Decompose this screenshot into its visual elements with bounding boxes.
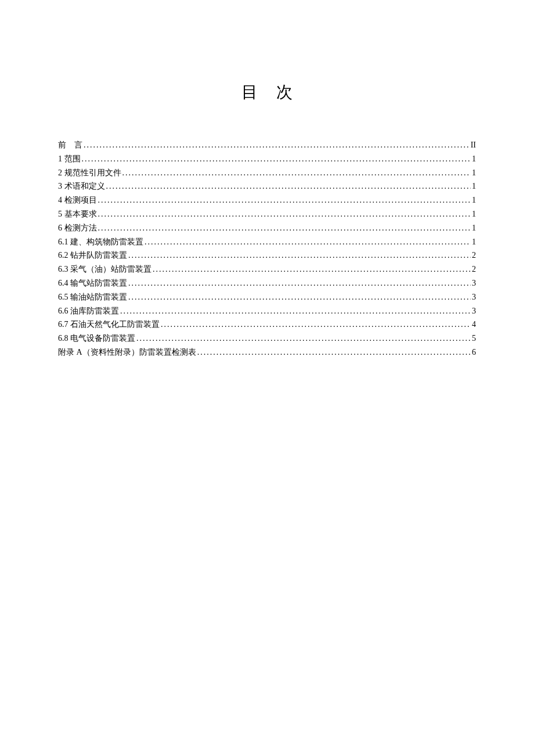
toc-entry-label: 6.6 油库防雷装置 — [58, 304, 119, 318]
toc-leader-dots — [122, 166, 471, 180]
toc-entry: 6.1 建、构筑物防雷装置1 — [58, 235, 476, 249]
toc-entry-label: 1 范围 — [58, 152, 81, 166]
toc-entry-label: 6.5 输油站防雷装置 — [58, 290, 127, 304]
toc-entry-label: 附录 A（资料性附录）防雷装置检测表 — [58, 345, 196, 359]
toc-entry-page: 1 — [472, 166, 476, 180]
toc-entry: 前 言II — [58, 138, 476, 152]
toc-entry-label: 6.3 采气（油）站防雷装置 — [58, 262, 151, 276]
toc-entry-label: 6 检测方法 — [58, 221, 97, 235]
toc-entry-label: 4 检测项目 — [58, 193, 97, 207]
toc-entry: 6.7 石油天然气化工防雷装置4 — [58, 318, 476, 332]
toc-leader-dots — [136, 332, 471, 345]
toc-entry-label: 6.8 电气设备防雷装置 — [58, 332, 135, 345]
toc-entry: 附录 A（资料性附录）防雷装置检测表6 — [58, 345, 476, 359]
page-title: 目次 — [58, 81, 476, 103]
toc-entry-page: 1 — [472, 179, 476, 193]
toc-leader-dots — [153, 262, 471, 276]
toc-entry-label: 6.1 建、构筑物防雷装置 — [58, 235, 143, 249]
toc-entry-label: 3 术语和定义 — [58, 179, 105, 193]
toc-entry: 5 基本要求1 — [58, 207, 476, 221]
toc-entry-page: 1 — [472, 221, 476, 235]
toc-entry: 6.2 钻井队防雷装置2 — [58, 249, 476, 262]
toc-entry-label: 6.7 石油天然气化工防雷装置 — [58, 318, 160, 332]
toc-entry: 1 范围1 — [58, 152, 476, 166]
toc-entry-page: 2 — [472, 262, 476, 276]
toc-entry-page: 1 — [472, 235, 476, 249]
toc-entry-page: 1 — [472, 152, 476, 166]
toc-entry-label: 前 言 — [58, 138, 82, 152]
toc-leader-dots — [128, 290, 471, 304]
toc-leader-dots — [161, 318, 471, 332]
toc-leader-dots — [120, 304, 471, 318]
toc-leader-dots — [128, 276, 471, 290]
toc-entry-page: 3 — [472, 276, 476, 290]
toc-entry-page: 3 — [472, 304, 476, 318]
toc-leader-dots — [197, 345, 471, 359]
toc-entry-page: 4 — [472, 318, 476, 332]
toc-entry: 6 检测方法1 — [58, 221, 476, 235]
toc-leader-dots — [98, 207, 471, 221]
toc-entry-page: II — [471, 138, 476, 152]
toc-leader-dots — [84, 138, 470, 152]
toc-leader-dots — [145, 235, 471, 249]
toc-leader-dots — [98, 221, 471, 235]
toc-entry-page: 6 — [472, 345, 476, 359]
toc-entry: 6.3 采气（油）站防雷装置2 — [58, 262, 476, 276]
toc-entry: 3 术语和定义1 — [58, 179, 476, 193]
toc-entry: 6.5 输油站防雷装置3 — [58, 290, 476, 304]
toc-entry: 6.6 油库防雷装置3 — [58, 304, 476, 318]
toc-leader-dots — [128, 249, 471, 262]
toc-entry-page: 3 — [472, 290, 476, 304]
toc-leader-dots — [106, 179, 471, 193]
toc-leader-dots — [98, 193, 471, 207]
toc-entry-label: 6.2 钻井队防雷装置 — [58, 249, 127, 262]
toc-entry-label: 6.4 输气站防雷装置 — [58, 276, 127, 290]
toc-entry-page: 1 — [472, 207, 476, 221]
table-of-contents: 前 言II1 范围12 规范性引用文件13 术语和定义14 检测项目15 基本要… — [58, 138, 476, 359]
toc-entry-page: 1 — [472, 193, 476, 207]
toc-entry: 6.8 电气设备防雷装置5 — [58, 332, 476, 345]
toc-entry-label: 5 基本要求 — [58, 207, 97, 221]
toc-entry-label: 2 规范性引用文件 — [58, 166, 121, 180]
toc-leader-dots — [82, 152, 471, 166]
toc-entry: 6.4 输气站防雷装置3 — [58, 276, 476, 290]
toc-entry: 4 检测项目1 — [58, 193, 476, 207]
toc-entry: 2 规范性引用文件1 — [58, 166, 476, 180]
toc-entry-page: 2 — [472, 249, 476, 262]
toc-entry-page: 5 — [472, 332, 476, 345]
